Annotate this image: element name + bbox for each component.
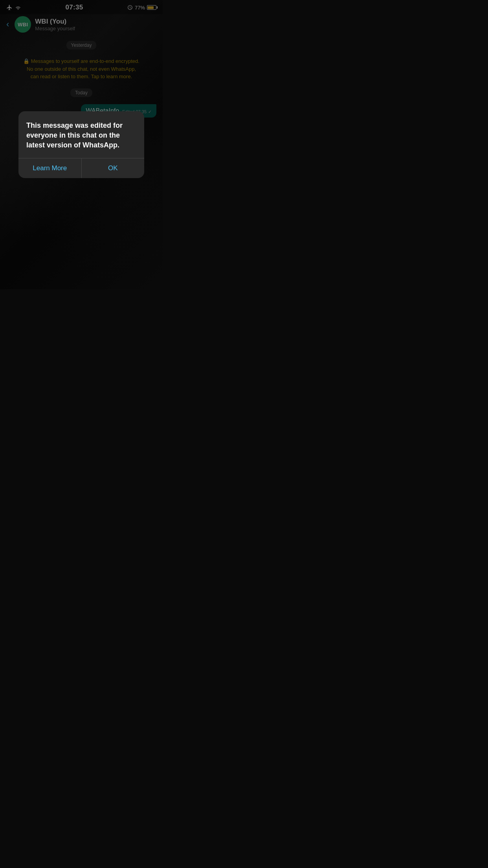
ok-button[interactable]: OK [82, 158, 145, 178]
dialog: This message was edited for everyone in … [18, 111, 144, 178]
learn-more-button[interactable]: Learn More [18, 158, 81, 178]
dialog-buttons: Learn More OK [18, 158, 144, 178]
dialog-content: This message was edited for everyone in … [18, 111, 144, 158]
dialog-overlay: This message was edited for everyone in … [0, 0, 163, 289]
dialog-message: This message was edited for everyone in … [26, 121, 136, 151]
